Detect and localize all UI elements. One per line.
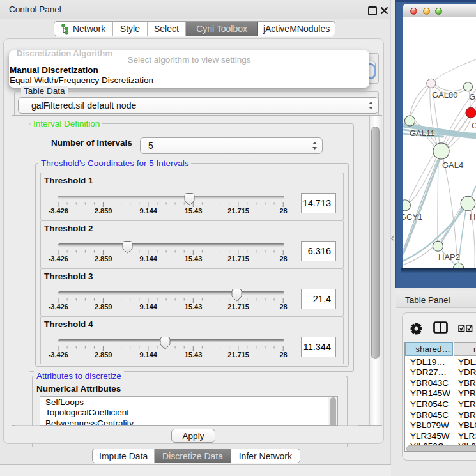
svg-text:C: C [472, 121, 476, 130]
svg-text:GAL80: GAL80 [432, 90, 457, 100]
svg-text:GCY1: GCY1 [403, 212, 422, 222]
svg-text:H: H [470, 212, 475, 222]
svg-text:G.: G. [469, 92, 476, 102]
svg-text:GAL11: GAL11 [410, 128, 435, 138]
svg-text:HAP2: HAP2 [438, 252, 460, 262]
svg-text:GAL4: GAL4 [442, 160, 463, 170]
